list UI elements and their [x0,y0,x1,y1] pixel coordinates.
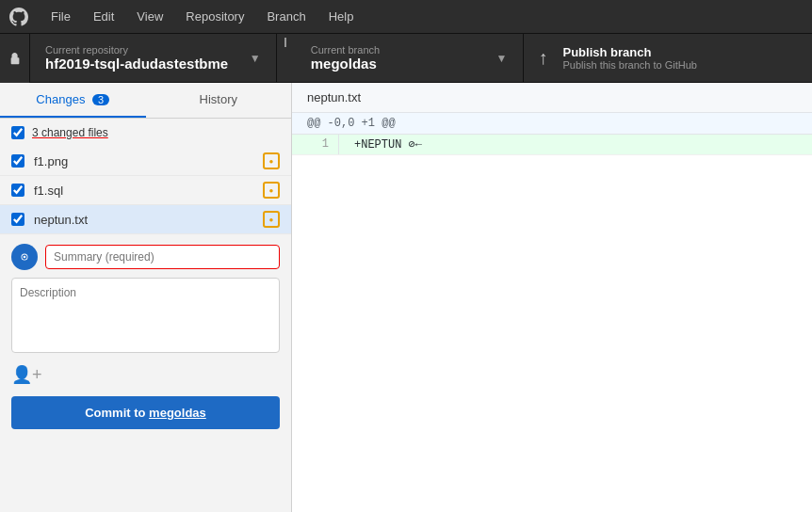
hunk-header-text: @@ -0,0 +1 @@ [307,117,396,130]
diff-file-header: neptun.txt [292,83,812,113]
commit-button-label: Commit to [85,406,149,420]
file-item-neptun[interactable]: neptun.txt [0,205,291,234]
publish-sub-label: Publish this branch to GitHub [563,59,697,71]
current-repository-section[interactable]: Current repository hf2019-tsql-adudastes… [30,34,277,82]
main-layout: Changes 3 History 3 changed files f1.png… [0,83,812,512]
menu-edit[interactable]: Edit [84,6,123,27]
branch-text-group: Current branch megoldas [311,44,380,72]
tab-changes[interactable]: Changes 3 [0,83,146,118]
file-check-neptun[interactable] [11,213,24,226]
diff-line-1: 1 +NEPTUN ⊘← [292,135,812,155]
menu-help[interactable]: Help [319,6,364,27]
diff-line-content-1: +NEPTUN ⊘← [339,135,812,154]
file-status-f1png [263,152,280,169]
menu-branch[interactable]: Branch [257,6,315,27]
file-item-f1png[interactable]: f1.png [0,147,291,176]
commit-area: 👤+ Commit to megoldas [0,234,291,512]
sidebar: Changes 3 History 3 changed files f1.png… [0,83,292,512]
menu-file[interactable]: File [41,6,80,27]
file-check-f1sql[interactable] [11,184,24,197]
tab-history-label: History [200,92,237,106]
repo-label: Current repository [45,44,228,56]
diff-file-name: neptun.txt [307,90,361,104]
file-name-f1sql: f1.sql [34,184,263,198]
commit-button-branch: megoldas [149,406,206,420]
diff-line-num-1: 1 [292,135,339,154]
publish-branch-section[interactable]: ↑ Publish branch Publish this branch to … [524,34,813,82]
repo-chevron-icon: ▼ [250,52,261,65]
lock-icon [0,34,30,83]
diff-container[interactable]: @@ -0,0 +1 @@ 1 +NEPTUN ⊘← [292,113,812,512]
publish-label: Publish branch [563,45,697,59]
file-check-f1png[interactable] [11,154,24,168]
commit-description-textarea[interactable] [11,278,280,353]
repo-name: hf2019-tsql-adudastestbme [45,56,228,72]
right-panel: neptun.txt @@ -0,0 +1 @@ 1 +NEPTUN ⊘← [292,83,812,512]
toolbar: Current repository hf2019-tsql-adudastes… [0,34,812,83]
tab-changes-label: Changes [36,92,85,106]
changed-files-header: 3 changed files [0,119,291,147]
app-logo [8,6,30,28]
menu-view[interactable]: View [127,6,172,27]
add-coauthor-icon[interactable]: 👤+ [11,364,280,385]
commit-icon-button[interactable] [11,244,38,270]
file-name-neptun: neptun.txt [34,213,263,227]
changed-files-count: 3 changed files [32,126,108,139]
file-list: f1.png f1.sql neptun.txt [0,147,291,234]
menu-bar: File Edit View Repository Branch Help [0,0,812,34]
tab-bar: Changes 3 History [0,83,291,119]
branch-name: megoldas [311,56,380,72]
current-branch-section[interactable]: Current branch megoldas ▼ [277,34,524,82]
file-name-f1png: f1.png [34,154,263,168]
branch-label: Current branch [311,44,380,56]
file-status-neptun [263,211,280,228]
menu-repository[interactable]: Repository [176,6,253,27]
commit-button[interactable]: Commit to megoldas [11,396,280,429]
commit-summary-row [11,244,280,270]
file-status-f1sql [263,182,280,199]
publish-icon: ↑ [539,47,548,69]
tab-history[interactable]: History [146,83,292,118]
check-all-checkbox[interactable] [11,126,24,139]
repo-text-group: Current repository hf2019-tsql-adudastes… [45,44,228,72]
tab-changes-badge: 3 [92,94,109,105]
file-item-f1sql[interactable]: f1.sql [0,176,291,205]
commit-summary-input[interactable] [45,245,280,269]
branch-chevron-icon: ▼ [496,52,508,65]
publish-text-group: Publish branch Publish this branch to Gi… [563,45,697,71]
diff-hunk-header: @@ -0,0 +1 @@ [292,113,812,135]
